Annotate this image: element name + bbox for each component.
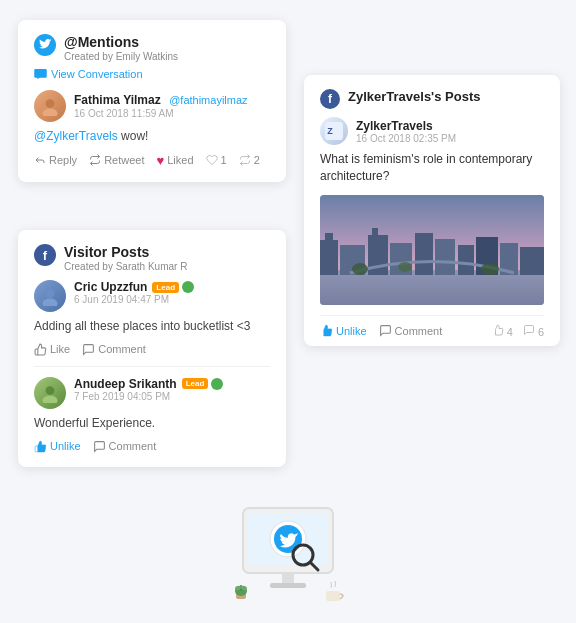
comment-label: Comment <box>98 343 146 355</box>
svg-point-0 <box>46 99 55 108</box>
comment-label-2: Comment <box>109 440 157 452</box>
card-title-block: ZylkerTravels's Posts <box>348 89 480 104</box>
comment-label: Comment <box>395 325 443 337</box>
like-count: 4 <box>492 324 513 338</box>
like-label: Like <box>50 343 70 355</box>
svg-rect-18 <box>458 245 474 275</box>
svg-point-24 <box>481 263 499 275</box>
avatar-cric <box>34 280 66 312</box>
post-text-2: Wonderful Experience. <box>34 415 270 432</box>
action-buttons: Unlike Comment <box>320 324 442 337</box>
post-time: 7 Feb 2019 04:05 PM <box>74 391 223 402</box>
retweet-count: 2 <box>239 154 260 166</box>
comment-btn-zylker[interactable]: Comment <box>379 324 443 337</box>
unlike-label: Unlike <box>336 325 367 337</box>
action-counts: 4 6 <box>492 324 544 338</box>
view-conversation-text: View Conversation <box>51 68 143 80</box>
reply-button[interactable]: Reply <box>34 154 77 166</box>
liked-label: Liked <box>167 154 193 166</box>
unlike-label: Unlike <box>50 440 81 452</box>
post-actions: Reply Retweet ♥ Liked 1 2 <box>34 153 270 168</box>
post-meta: Fathima Yilmaz @fathimayilmaz 16 Oct 201… <box>74 90 248 119</box>
zylker-card: f ZylkerTravels's Posts Z ZylkerTravels … <box>304 75 560 346</box>
post-author: Fathima Yilmaz <box>74 93 161 107</box>
svg-point-4 <box>46 386 55 395</box>
like-button[interactable]: Like <box>34 343 70 356</box>
unlike-btn-zylker[interactable]: Unlike <box>320 324 367 337</box>
post-time: 16 Oct 2018 11:59 AM <box>74 108 248 119</box>
svg-rect-11 <box>325 233 333 243</box>
post-author: Cric Upzzfun <box>74 280 147 294</box>
mentions-card: @Mentions Created by Emily Watkins View … <box>18 20 286 182</box>
heart-count-value: 1 <box>221 154 227 166</box>
zylker-avatar: Z <box>320 117 348 145</box>
card-header: f ZylkerTravels's Posts <box>320 89 544 109</box>
retweet-label: Retweet <box>104 154 144 166</box>
svg-point-3 <box>43 299 58 307</box>
zylker-post-actions: Unlike Comment 4 6 <box>320 315 544 346</box>
svg-rect-9 <box>320 270 544 305</box>
post-handle: @fathimayilmaz <box>169 94 247 106</box>
heart-icon: ♥ <box>156 153 164 168</box>
facebook-icon-zylker: f <box>320 89 340 109</box>
visitor-posts-card: f Visitor Posts Created by Sarath Kumar … <box>18 230 286 467</box>
svg-rect-14 <box>372 228 378 238</box>
verified-badge <box>211 378 223 390</box>
post-author: Anudeep Srikanth <box>74 377 177 391</box>
lead-badge: Lead <box>152 282 179 293</box>
fb-letter: f <box>43 249 47 262</box>
svg-rect-17 <box>435 239 455 275</box>
card-title-block: Visitor Posts Created by Sarath Kumar R <box>64 244 187 272</box>
reply-label: Reply <box>49 154 77 166</box>
svg-rect-32 <box>270 583 306 588</box>
card-subtitle: Created by Sarath Kumar R <box>64 261 187 272</box>
post-image <box>320 195 544 305</box>
comment-count-val: 6 <box>538 326 544 338</box>
unlike-button[interactable]: Unlike <box>34 440 81 453</box>
card-header: f Visitor Posts Created by Sarath Kumar … <box>34 244 270 272</box>
card-title: @Mentions <box>64 34 178 50</box>
svg-point-1 <box>43 109 58 117</box>
svg-point-22 <box>352 263 368 275</box>
post-author-row: Cric Upzzfun Lead <box>74 280 194 294</box>
card-title: ZylkerTravels's Posts <box>348 89 480 104</box>
post-row-1: Cric Upzzfun Lead 6 Jun 2019 04:47 PM <box>34 280 270 312</box>
post-meta: Anudeep Srikanth Lead 7 Feb 2019 04:05 P… <box>74 377 223 402</box>
zylker-time: 16 Oct 2018 02:35 PM <box>356 133 456 144</box>
post-text-suffix: wow! <box>121 129 148 143</box>
card-title: Visitor Posts <box>64 244 187 260</box>
svg-point-5 <box>43 395 58 403</box>
post-time: 6 Jun 2019 04:47 PM <box>74 294 194 305</box>
monitor-illustration <box>228 503 348 613</box>
mention-link[interactable]: @ZylkerTravels <box>34 129 118 143</box>
zylker-author: ZylkerTravels <box>356 119 456 133</box>
post-row: Fathima Yilmaz @fathimayilmaz 16 Oct 201… <box>34 90 270 122</box>
card-header: @Mentions Created by Emily Watkins <box>34 34 270 62</box>
card-title-block: @Mentions Created by Emily Watkins <box>64 34 178 62</box>
post-meta: Cric Upzzfun Lead 6 Jun 2019 04:47 PM <box>74 280 194 305</box>
svg-rect-16 <box>415 233 433 275</box>
post-actions-2: Unlike Comment <box>34 440 270 453</box>
fb-letter: f <box>328 93 332 105</box>
zylker-meta: ZylkerTravels 16 Oct 2018 02:35 PM <box>356 119 456 144</box>
comment-button[interactable]: Comment <box>82 343 146 356</box>
comment-button-2[interactable]: Comment <box>93 440 157 453</box>
post-question: What is feminism's role in contemporary … <box>320 151 544 185</box>
post-text-1: Adding all these places into bucketlist … <box>34 318 270 335</box>
post-text: @ZylkerTravels wow! <box>34 128 270 145</box>
post-actions-1: Like Comment <box>34 343 270 356</box>
liked-button[interactable]: ♥ Liked <box>156 153 193 168</box>
svg-rect-10 <box>320 240 338 275</box>
svg-rect-38 <box>326 591 340 601</box>
like-count-val: 4 <box>507 326 513 338</box>
card-subtitle: Created by Emily Watkins <box>64 51 178 62</box>
post-row-2: Anudeep Srikanth Lead 7 Feb 2019 04:05 P… <box>34 377 270 409</box>
verified-badge <box>182 281 194 293</box>
lead-badge: Lead <box>182 378 209 389</box>
heart-count: 1 <box>206 154 227 166</box>
retweet-button[interactable]: Retweet <box>89 154 144 166</box>
avatar-anudeep <box>34 377 66 409</box>
avatar <box>34 90 66 122</box>
view-conversation-link[interactable]: View Conversation <box>34 68 270 80</box>
svg-text:Z: Z <box>327 126 333 136</box>
